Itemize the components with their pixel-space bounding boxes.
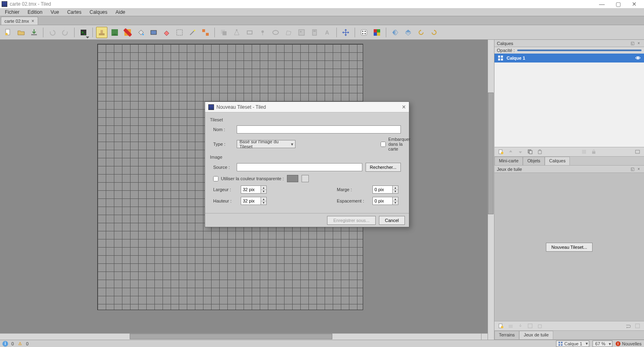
opacity-slider[interactable] [517, 50, 642, 51]
embed-checkbox[interactable]: Embarquer dans la carte [381, 137, 401, 151]
vertical-scrollbar[interactable] [488, 40, 494, 340]
transparent-color-swatch[interactable] [287, 175, 298, 182]
new-layer-button[interactable] [497, 148, 505, 156]
spin-up-icon[interactable]: ▲ [261, 197, 266, 201]
eraser-button[interactable] [161, 27, 172, 38]
layer-offset-button[interactable] [218, 27, 229, 38]
shape-fill-button[interactable] [148, 27, 159, 38]
horizontal-scrollbar[interactable] [0, 333, 481, 340]
source-input[interactable] [237, 163, 362, 171]
layer-mask-button[interactable] [633, 148, 642, 156]
insert-ellipse-button[interactable] [270, 27, 281, 38]
save-as-button[interactable]: Enregistrer sous... [327, 216, 375, 225]
browse-button[interactable]: Rechercher... [366, 163, 401, 172]
panel-close-icon[interactable]: × [636, 41, 642, 46]
terrain-tool-button[interactable] [109, 27, 120, 38]
menu-edition[interactable]: Edition [24, 9, 47, 16]
panel-undock-icon[interactable]: ◱ [629, 41, 635, 46]
insert-polygon-button[interactable] [283, 27, 294, 38]
tileset-grid-button[interactable] [633, 322, 642, 330]
panel-undock-icon[interactable]: ◱ [629, 166, 635, 172]
spin-down-icon[interactable]: ▼ [393, 201, 398, 205]
lock-layer-button[interactable] [590, 148, 598, 156]
menu-cartes[interactable]: Cartes [63, 9, 86, 16]
layers-list[interactable]: Calque 1 👁 [494, 54, 644, 147]
insert-point-button[interactable] [257, 27, 268, 38]
dialog-close-icon[interactable]: × [402, 103, 406, 111]
random-mode-button[interactable] [358, 27, 370, 38]
dialog-titlebar[interactable]: Nouveau Tileset - Tiled × [205, 102, 409, 112]
new-tileset-button[interactable]: Nouveau Tileset... [546, 243, 592, 252]
spin-down-icon[interactable]: ▼ [261, 190, 266, 194]
select-same-button[interactable] [200, 27, 211, 38]
tab-layers[interactable]: Calques [545, 157, 570, 165]
width-input[interactable] [241, 185, 261, 194]
edit-tileset-button[interactable] [526, 322, 534, 330]
layer-combo[interactable]: Calque 1 [556, 341, 589, 347]
info-icon[interactable]: i [2, 341, 8, 347]
margin-spinner[interactable]: ▲▼ [372, 185, 401, 194]
spin-up-icon[interactable]: ▲ [393, 186, 398, 190]
tab-objects[interactable]: Objets [523, 157, 545, 165]
spacing-spinner[interactable]: ▲▼ [372, 197, 401, 205]
rotate-left-button[interactable] [415, 27, 427, 38]
new-file-button[interactable] [2, 27, 14, 38]
name-input[interactable] [237, 125, 401, 134]
insert-tile-button[interactable] [296, 27, 307, 38]
spin-down-icon[interactable]: ▼ [261, 201, 266, 205]
spin-up-icon[interactable]: ▲ [393, 197, 398, 201]
embed-checkbox-input[interactable] [381, 142, 386, 147]
menu-calques[interactable]: Calques [86, 9, 111, 16]
open-file-button[interactable] [15, 27, 27, 38]
spin-down-icon[interactable]: ▼ [393, 190, 398, 194]
magic-wand-button[interactable] [187, 27, 198, 38]
visibility-icon[interactable]: 👁 [635, 55, 641, 61]
tab-close-icon[interactable]: × [32, 18, 34, 24]
spacing-input[interactable] [372, 197, 393, 205]
document-tab[interactable]: carte 02.tmx × [1, 17, 38, 25]
menu-fichier[interactable]: Fichier [1, 9, 24, 16]
margin-input[interactable] [372, 185, 393, 194]
layer-up-button[interactable] [507, 148, 515, 156]
tab-tilesets[interactable]: Jeux de tuile [519, 331, 553, 339]
delete-tileset-button[interactable] [536, 322, 544, 330]
zoom-combo[interactable]: 67 % [593, 341, 612, 347]
undo-button[interactable] [47, 27, 58, 38]
maximize-button[interactable]: ▢ [610, 0, 626, 8]
command-button[interactable]: >_ [78, 27, 89, 38]
menu-aide[interactable]: Aide [111, 9, 129, 16]
export-tileset-button[interactable] [516, 322, 524, 330]
tab-minimap[interactable]: Mini-carte [494, 157, 523, 165]
menu-vue[interactable]: Vue [47, 9, 63, 16]
minimize-button[interactable]: — [594, 0, 610, 8]
transparent-checkbox-input[interactable] [213, 176, 218, 181]
tab-terrains[interactable]: Terrains [494, 331, 519, 339]
color-picker-button[interactable] [302, 175, 309, 182]
save-file-button[interactable] [28, 27, 40, 38]
rotate-right-button[interactable] [428, 27, 440, 38]
layer-down-button[interactable] [516, 148, 524, 156]
height-input[interactable] [241, 197, 261, 205]
bucket-fill-button[interactable] [135, 27, 146, 38]
width-spinner[interactable]: ▲▼ [241, 185, 269, 194]
wang-fill-button[interactable] [371, 27, 383, 38]
panel-close-icon[interactable]: × [636, 166, 642, 172]
rect-select-button[interactable] [174, 27, 185, 38]
flip-v-button[interactable] [402, 27, 414, 38]
flip-h-button[interactable] [389, 27, 401, 38]
move-tool-button[interactable] [340, 27, 351, 38]
delete-layer-button[interactable] [536, 148, 544, 156]
insert-rect-button[interactable] [244, 27, 255, 38]
type-select[interactable]: Basé sur l'image du Tileset [237, 140, 295, 148]
layer-row[interactable]: Calque 1 👁 [494, 54, 644, 63]
transparent-checkbox[interactable]: Utiliser la couleur transparente : [213, 176, 284, 181]
close-button[interactable]: ✕ [626, 0, 642, 8]
embed-tileset-button[interactable] [507, 322, 515, 330]
edit-polygon-button[interactable] [231, 27, 242, 38]
height-spinner[interactable]: ▲▼ [241, 197, 269, 205]
cancel-button[interactable]: Cancel [379, 216, 405, 225]
insert-template-button[interactable] [309, 27, 320, 38]
highlight-layer-button[interactable] [580, 148, 588, 156]
dynamic-wrap-button[interactable] [624, 322, 632, 330]
duplicate-layer-button[interactable] [526, 148, 534, 156]
